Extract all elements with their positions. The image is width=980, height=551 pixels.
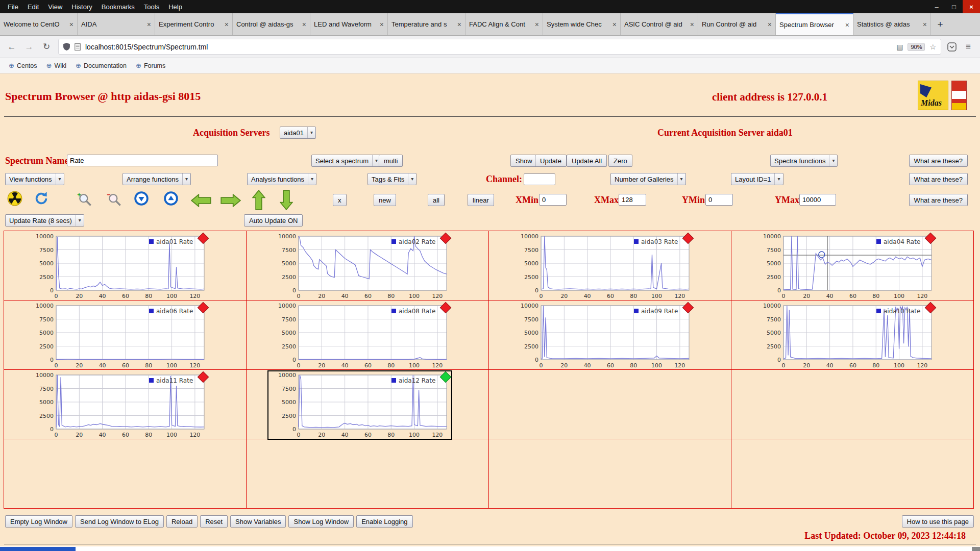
bookmark-item[interactable]: ⊕Centos [5,60,41,71]
bookmark-item[interactable]: ⊕Wiki [43,60,70,71]
bookmark-item[interactable]: ⊕Forums [132,60,169,71]
ymax-input[interactable] [799,194,836,206]
spectrum-chart[interactable]: 025005000750010000020406080100120aida10 … [753,302,937,370]
pocket-icon[interactable] [947,42,957,52]
tab-close-icon[interactable]: × [923,20,927,29]
gallery-cell-2[interactable]: 025005000750010000020406080100120aida02 … [247,231,489,300]
what-are-these-button-1[interactable]: What are these? [909,155,968,167]
tab-close-icon[interactable]: × [147,20,151,29]
tab-close-icon[interactable]: × [225,20,229,29]
view-functions-dropdown[interactable]: View functions▾ [5,173,64,185]
spectrum-chart[interactable]: 025005000750010000020406080100120aida03 … [510,232,694,300]
zero-button[interactable]: Zero [608,155,632,167]
tab[interactable]: ASIC Control @ aid× [621,13,698,35]
analysis-functions-dropdown[interactable]: Analysis functions▾ [247,173,316,185]
number-of-galleries-dropdown[interactable]: Number of Galleries▾ [610,173,686,185]
update-rate-dropdown[interactable]: Update Rate (8 secs)▾ [5,214,84,227]
menu-hamburger-icon[interactable]: ≡ [963,42,974,52]
x-button[interactable]: x [333,194,347,206]
spectrum-chart[interactable]: 025005000750010000020406080100120aida09 … [510,302,694,370]
select-spectrum-dropdown[interactable]: Select a spectrum▾ [311,155,381,167]
tab[interactable]: Temperature and s× [388,13,465,35]
gallery-cell-14[interactable] [247,439,489,509]
tags-fits-dropdown[interactable]: Tags & Fits▾ [368,173,416,185]
tab[interactable]: Welcome to CentO× [0,13,78,35]
arrow-left-icon[interactable] [191,194,211,207]
gallery-cell-6[interactable]: 025005000750010000020406080100120aida08 … [247,300,489,370]
spectrum-name-input[interactable] [67,155,218,166]
log-button-6[interactable]: Show Log Window [288,515,354,528]
tab[interactable]: Experiment Contro× [155,13,233,35]
tab-close-icon[interactable]: × [612,20,617,29]
gallery-cell-8[interactable]: 025005000750010000020406080100120aida10 … [731,300,974,370]
arrange-functions-dropdown[interactable]: Arrange functions▾ [122,173,191,185]
circle-arrow-down-icon[interactable] [134,191,149,206]
gallery-cell-9[interactable]: 025005000750010000020406080100120aida11 … [4,370,247,439]
ymin-input[interactable] [705,194,733,206]
tab[interactable]: System wide Chec× [543,13,621,35]
radiation-icon[interactable] [7,191,22,206]
tab[interactable]: Statistics @ aidas× [853,13,931,35]
layout-id-dropdown[interactable]: Layout ID=1▾ [731,173,783,185]
page-info-icon[interactable] [75,43,81,51]
log-button-5[interactable]: Show Variables [230,515,286,528]
tab-close-icon[interactable]: × [535,20,539,29]
tab[interactable]: AIDA× [78,13,155,35]
tab-close-icon[interactable]: × [69,20,74,29]
log-button-2[interactable]: Send Log Window to ELog [75,515,164,528]
zoom-in-icon[interactable]: + [77,192,92,207]
multi-button[interactable]: multi [379,155,403,167]
spectrum-chart[interactable]: 025005000750010000020406080100120aida08 … [268,302,452,370]
gallery-cell-5[interactable]: 025005000750010000020406080100120aida06 … [4,300,247,370]
tab[interactable]: LED and Waveform× [310,13,388,35]
log-button-3[interactable]: Reload [166,515,198,528]
spectra-functions-dropdown[interactable]: Spectra functions▾ [770,155,838,167]
spectrum-chart[interactable]: 025005000750010000020406080100120aida06 … [26,302,209,370]
xmin-input[interactable] [539,194,567,206]
tab-close-icon[interactable]: × [302,20,306,29]
spectrum-chart[interactable]: 025005000750010000020406080100120aida01 … [26,232,209,300]
log-button-4[interactable]: Reset [200,515,228,528]
how-to-use-button[interactable]: How to use this page [902,515,974,528]
tab-close-icon[interactable]: × [845,21,849,29]
menu-history[interactable]: History [67,3,96,11]
spectrum-chart[interactable]: 025005000750010000020406080100120aida04 … [753,232,937,300]
menu-file[interactable]: File [3,3,23,11]
menu-edit[interactable]: Edit [23,3,43,11]
arrow-up-icon[interactable] [252,190,265,210]
menu-tools[interactable]: Tools [139,3,164,11]
what-are-these-button-3[interactable]: What are these? [909,194,968,206]
update-all-button[interactable]: Update All [567,155,607,167]
zoom-level-badge[interactable]: 90% [908,43,925,51]
gallery-cell-13[interactable] [4,439,247,509]
tab[interactable]: Run Control @ aid× [698,13,776,35]
channel-input[interactable] [524,173,555,185]
spectrum-chart[interactable]: 025005000750010000020406080100120aida11 … [26,371,209,439]
maximize-icon[interactable]: □ [945,0,963,13]
log-button-1[interactable]: Empty Log Window [5,515,72,528]
show-button[interactable]: Show [510,155,537,167]
linear-button[interactable]: linear [468,194,494,206]
acquisition-server-select[interactable]: aida01▾ [280,127,316,139]
tab-close-icon[interactable]: × [457,20,461,29]
gallery-cell-7[interactable]: 025005000750010000020406080100120aida09 … [489,300,731,370]
close-icon[interactable]: × [963,0,980,13]
tab[interactable]: Control @ aidas-gs× [233,13,310,35]
xmax-input[interactable] [619,194,646,206]
auto-update-button[interactable]: Auto Update ON [244,214,303,227]
minimize-icon[interactable]: – [928,0,945,13]
menu-bookmarks[interactable]: Bookmarks [97,3,139,11]
gallery-cell-12[interactable] [731,370,974,439]
tab-close-icon[interactable]: × [380,20,384,29]
shield-icon[interactable] [63,43,70,51]
arrow-down-icon[interactable] [280,190,293,210]
gallery-cell-11[interactable] [489,370,731,439]
spectrum-chart[interactable]: 025005000750010000020406080100120aida12 … [268,371,452,439]
new-tab-button[interactable]: + [931,13,949,35]
tab[interactable]: Spectrum Browser× [776,13,853,35]
gallery-cell-1[interactable]: 025005000750010000020406080100120aida01 … [4,231,247,300]
gallery-cell-10[interactable]: 025005000750010000020406080100120aida12 … [247,370,489,439]
gallery-cell-16[interactable] [731,439,974,509]
tab-close-icon[interactable]: × [690,20,694,29]
arrow-right-icon[interactable] [220,194,241,207]
